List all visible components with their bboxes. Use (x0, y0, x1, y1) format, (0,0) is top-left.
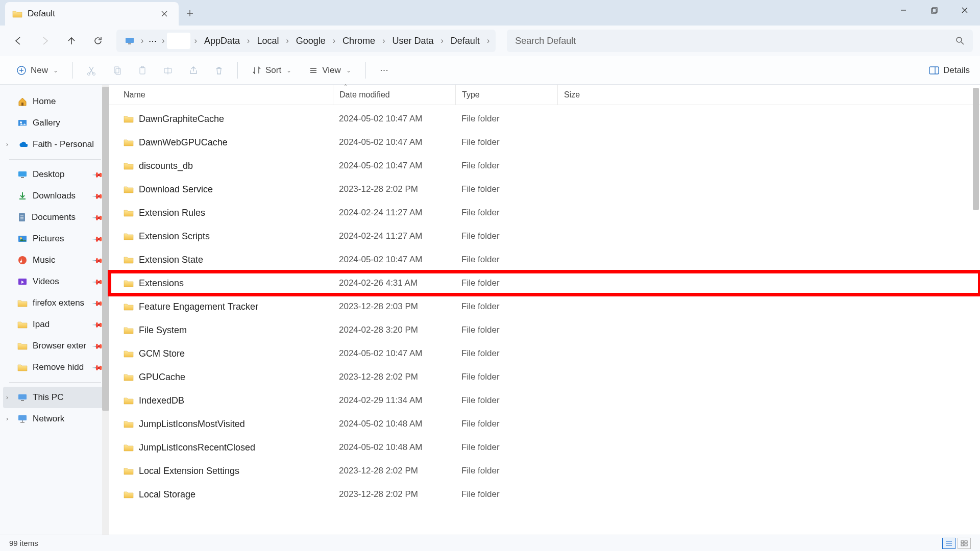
pc-icon[interactable] (120, 37, 139, 45)
file-row[interactable]: Download Service2023-12-28 2:02 PMFile f… (109, 178, 980, 201)
breadcrumb-seg[interactable]: Chrome (337, 30, 380, 52)
documents-icon (17, 212, 27, 222)
details-view-toggle[interactable] (942, 538, 955, 549)
breadcrumb-seg[interactable]: Local (252, 30, 284, 52)
file-row[interactable]: GCM Store2024-05-02 10:47 AMFile folder (109, 342, 980, 365)
minimize-button[interactable] (888, 0, 919, 20)
nav-item-music[interactable]: Music📌 (3, 249, 107, 271)
new-button[interactable]: New⌄ (10, 60, 64, 81)
nav-label: Videos (33, 277, 59, 287)
nav-item-desktop[interactable]: Desktop📌 (3, 164, 107, 185)
col-type[interactable]: Type (455, 85, 557, 105)
nav-item-faith---personal[interactable]: ›Faith - Personal (3, 134, 107, 155)
nav-item-this-pc[interactable]: ›This PC (3, 387, 107, 408)
nav-label: Browser exter (33, 341, 86, 351)
folder-icon (12, 10, 22, 18)
window-controls (888, 0, 980, 20)
folder-icon (17, 363, 28, 371)
svg-point-21 (20, 237, 22, 239)
details-button[interactable]: Details (929, 65, 970, 76)
file-row[interactable]: Extension State2024-05-02 10:47 AMFile f… (109, 248, 980, 271)
file-row[interactable]: JumpListIconsRecentClosed2024-05-02 10:4… (109, 436, 980, 459)
close-button[interactable] (949, 0, 980, 20)
forward-button[interactable] (34, 30, 56, 52)
file-date: 2023-12-28 2:03 PM (333, 302, 455, 312)
cut-button[interactable] (81, 60, 102, 81)
file-row[interactable]: Local Extension Settings2023-12-28 2:02 … (109, 459, 980, 483)
col-date[interactable]: Date modified (333, 85, 455, 105)
chevron-right-icon[interactable]: › (6, 394, 8, 401)
nav-item-remove-hidd[interactable]: Remove hidd📌 (3, 357, 107, 378)
nav-item-browser-exter[interactable]: Browser exter📌 (3, 335, 107, 357)
window-tab[interactable]: Default (5, 2, 179, 26)
nav-item-videos[interactable]: Videos📌 (3, 271, 107, 292)
breadcrumb-seg[interactable]: AppData (199, 30, 245, 52)
icons-view-toggle[interactable] (958, 538, 971, 549)
file-row[interactable]: IndexedDB2024-02-29 11:34 AMFile folder (109, 389, 980, 412)
breadcrumb-seg[interactable]: Google (291, 30, 331, 52)
file-name: discounts_db (139, 161, 193, 171)
delete-button[interactable] (209, 60, 229, 81)
nav-item-pictures[interactable]: Pictures📌 (3, 228, 107, 249)
file-name: Local Storage (139, 489, 195, 500)
nav-item-ipad[interactable]: Ipad📌 (3, 314, 107, 335)
search-icon (955, 36, 965, 45)
nav-item-home[interactable]: Home (3, 91, 107, 112)
file-row[interactable]: JumpListIconsMostVisited2024-05-02 10:48… (109, 412, 980, 436)
share-button[interactable] (183, 60, 204, 81)
svg-rect-17 (18, 171, 27, 177)
file-row[interactable]: GPUCache2023-12-28 2:02 PMFile folder (109, 365, 980, 389)
back-button[interactable] (7, 30, 30, 52)
nav-item-network[interactable]: ›Network (3, 408, 107, 430)
nav-item-firefox-extens[interactable]: firefox extens📌 (3, 292, 107, 314)
nav-item-documents[interactable]: Documents📌 (3, 207, 107, 228)
more-button[interactable]: ⋯ (374, 60, 395, 81)
up-button[interactable] (60, 30, 83, 52)
file-row[interactable]: DawnWebGPUCache2024-05-02 10:47 AMFile f… (109, 131, 980, 154)
file-date: 2023-12-28 2:02 PM (333, 489, 455, 499)
view-button[interactable]: View⌄ (303, 60, 357, 81)
svg-point-7 (93, 72, 95, 75)
file-row[interactable]: Extension Scripts2024-02-24 11:27 AMFile… (109, 224, 980, 248)
file-row[interactable]: Extension Rules2024-02-24 11:27 AMFile f… (109, 201, 980, 224)
breadcrumb[interactable]: › ⋯ › › AppData› Local› Google› Chrome› … (116, 30, 496, 52)
folder-icon (124, 279, 134, 287)
file-row[interactable]: File System2024-02-28 3:20 PMFile folder (109, 318, 980, 342)
file-row[interactable]: discounts_db2024-05-02 10:47 AMFile fold… (109, 154, 980, 178)
chevron-right-icon[interactable]: › (6, 415, 8, 422)
sidebar-scrollbar[interactable] (102, 85, 109, 535)
chevron-right-icon[interactable]: › (6, 141, 8, 148)
folder-icon (17, 342, 28, 350)
folder-icon (124, 326, 134, 334)
paste-button[interactable] (132, 60, 153, 81)
col-name[interactable]: Name (124, 90, 333, 99)
search-placeholder: Search Default (515, 36, 576, 46)
nav-label: Documents (32, 212, 76, 222)
new-tab-button[interactable] (179, 2, 201, 24)
nav-label: This PC (33, 392, 63, 403)
maximize-button[interactable] (919, 0, 949, 20)
breadcrumb-seg[interactable]: User Data (387, 30, 438, 52)
file-row[interactable]: Local Storage2023-12-28 2:02 PMFile fold… (109, 483, 980, 506)
search-input[interactable]: Search Default (507, 30, 973, 52)
sort-button[interactable]: Sort⌄ (246, 60, 298, 81)
column-headers[interactable]: Name Date modified Type Size (109, 85, 980, 105)
breadcrumb-seg[interactable]: Default (446, 30, 485, 52)
breadcrumb-edit[interactable] (167, 33, 190, 49)
refresh-button[interactable] (87, 30, 109, 52)
file-row[interactable]: Feature Engagement Tracker2023-12-28 2:0… (109, 295, 980, 318)
tab-close-button[interactable] (157, 7, 172, 21)
file-row[interactable]: DawnGraphiteCache2024-05-02 10:47 AMFile… (109, 107, 980, 131)
rename-button[interactable] (158, 60, 178, 81)
file-row[interactable]: Extensions2024-02-26 4:31 AMFile folder (109, 271, 980, 295)
file-name: Extensions (139, 278, 184, 289)
file-list-scrollbar[interactable] (971, 85, 980, 535)
nav-item-downloads[interactable]: Downloads📌 (3, 185, 107, 207)
item-count: 99 items (9, 539, 38, 547)
nav-item-gallery[interactable]: Gallery (3, 112, 107, 134)
chevron-icon[interactable]: › (139, 36, 145, 45)
file-type: File folder (455, 372, 557, 382)
col-size[interactable]: Size (557, 85, 619, 105)
copy-button[interactable] (107, 60, 127, 81)
overflow-icon[interactable]: ⋯ (145, 36, 160, 46)
